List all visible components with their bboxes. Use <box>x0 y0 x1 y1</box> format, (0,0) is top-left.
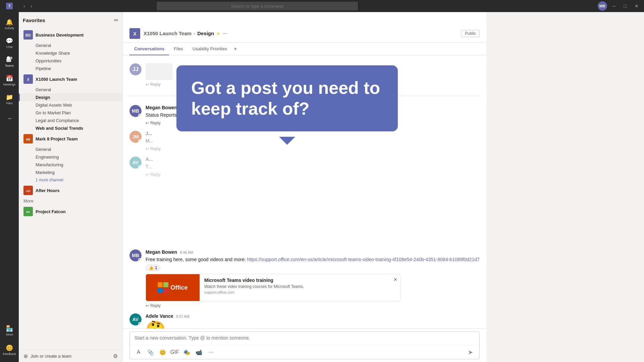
star-icon[interactable]: ★ <box>216 31 220 36</box>
avatar-partial: JJ <box>129 63 142 75</box>
search-bar[interactable] <box>157 2 358 10</box>
channel-item-general-x1050[interactable]: General <box>19 86 122 94</box>
reaction-count: 1 <box>155 265 157 270</box>
gif-button[interactable]: GIF <box>169 347 180 358</box>
team-item-mark8[interactable]: M8 Mark 8 Project Team ··· <box>19 132 122 145</box>
team-item-x1050[interactable]: X X1050 Launch Team ··· <box>19 72 122 86</box>
titlebar: T ‹ › MB ─ □ ✕ <box>0 0 644 12</box>
tab-conversations[interactable]: Conversations <box>129 43 169 55</box>
titlebar-nav: ‹ › <box>19 3 37 9</box>
reply-btn-4[interactable]: ↩ Reply <box>146 303 480 308</box>
team-name-x1050: X1050 Launch Team <box>36 77 111 82</box>
edit-icon[interactable]: ✏ <box>114 17 118 23</box>
channel-item-pipeline[interactable]: Pipeline <box>19 65 122 72</box>
join-team-button[interactable]: Join or create a team <box>31 354 110 359</box>
more-channels-link[interactable]: 1 more channel <box>19 176 122 184</box>
online-status <box>138 114 142 117</box>
team-item-business-development[interactable]: BD Business Development ··· <box>19 28 122 42</box>
channel-item-design[interactable]: Design <box>19 94 122 101</box>
emoji-button[interactable]: 😊 <box>157 347 168 358</box>
reply-btn-partial[interactable]: ↩ Reply <box>146 82 480 87</box>
format-button[interactable]: A <box>133 347 144 358</box>
svg-point-4 <box>7 56 10 60</box>
sidebar-item-activity[interactable]: 🔔 Activity <box>0 15 19 34</box>
message-row-5: AV Adele Vance 9:57 AM 🤔 ↩ Reply <box>123 311 486 328</box>
team-name-pf: Project Falcon <box>36 209 111 214</box>
svg-text:X: X <box>27 78 30 81</box>
sticker-button[interactable]: 🎭 <box>181 347 192 358</box>
reply-btn-1[interactable]: ↩ Reply <box>146 121 480 125</box>
office-squares <box>158 282 168 293</box>
minimize-button[interactable]: ─ <box>610 3 619 9</box>
reply-btn-3[interactable]: ↩ Reply <box>146 172 480 177</box>
message-content-partial: ↩ Reply <box>146 63 480 87</box>
breadcrumb: X1050 Launch Team › Design ★ ··· <box>144 31 227 37</box>
add-tab-button[interactable]: + <box>232 43 239 55</box>
channel-options-icon[interactable]: ··· <box>222 31 227 37</box>
team-icon: X <box>129 28 140 39</box>
avatar[interactable]: MB <box>598 1 607 11</box>
message-author-5: Adele Vance <box>146 313 173 319</box>
channel-item-marketing[interactable]: Marketing <box>19 169 122 176</box>
team-breadcrumb[interactable]: X1050 Launch Team <box>144 31 192 36</box>
titlebar-actions: MB ─ □ ✕ <box>598 1 644 11</box>
close-preview-button[interactable]: ✕ <box>393 277 397 282</box>
sidebar-footer: ⊕ Join or create a team ⚙ <box>19 350 122 362</box>
more-icon: ··· <box>6 114 13 122</box>
reaction-thumbsup[interactable]: 👍 1 <box>146 264 160 271</box>
channel-item-engineering[interactable]: Engineering <box>19 153 122 161</box>
sidebar-item-feedback[interactable]: 😊 Feedback <box>0 341 19 359</box>
message-content-5: Adele Vance 9:57 AM 🤔 ↩ Reply <box>146 313 480 328</box>
message-row-4: MB Megan Bowen 9:46 AM Free training her… <box>123 247 486 311</box>
message-row-partial3: AV A... T... ↩ Reply <box>123 154 486 180</box>
svg-point-3 <box>10 57 12 59</box>
sidebar-item-meetings[interactable]: 📅 Meetings <box>0 71 19 90</box>
link-preview-image: Office <box>146 274 200 301</box>
sidebar-item-chat[interactable]: 💬 Chat <box>0 34 19 52</box>
more-actions-button[interactable]: ··· <box>206 347 216 358</box>
channel-item-legal[interactable]: Legal and Compliance <box>19 117 122 124</box>
message-author-4: Megan Bowen <box>146 249 177 255</box>
channel-item-manufacturing[interactable]: Manufacturing <box>19 161 122 169</box>
message-text-1: Status Reports are due by EOD. Does anyo… <box>146 112 480 119</box>
team-avatar-mark8: M8 <box>23 134 33 143</box>
message-input-box: A 📎 😊 GIF 🎭 📹 ··· ➤ <box>129 331 480 359</box>
reply-btn-2[interactable]: ↩ Reply <box>146 146 480 151</box>
channel-item-web-social[interactable]: Web and Social Trends <box>19 124 122 132</box>
channel-item-opportunities[interactable]: Opportunities <box>19 57 122 65</box>
restore-button[interactable]: □ <box>621 3 629 9</box>
search-input[interactable] <box>157 2 358 10</box>
team-name-bd: Business Development <box>36 33 111 38</box>
meet-button[interactable]: 📹 <box>194 347 204 358</box>
send-button[interactable]: ➤ <box>465 347 476 358</box>
channel-item-general-m8[interactable]: General <box>19 145 122 153</box>
svg-text:T: T <box>8 4 11 8</box>
attach-button[interactable]: 📎 <box>145 347 156 358</box>
channel-header: X X1050 Launch Team › Design ★ ··· Publi… <box>123 24 486 43</box>
channel-item-general-fav[interactable]: General <box>19 42 122 49</box>
sidebar-title: Favorites <box>23 17 111 23</box>
team-item-after-hours[interactable]: AH After Hours ··· <box>19 184 122 197</box>
message-input[interactable] <box>130 332 479 344</box>
sidebar-item-files[interactable]: 📁 Files <box>0 90 19 109</box>
more-section: More <box>19 197 122 205</box>
channel-item-digital-assets[interactable]: Digital Assets Web <box>19 101 122 109</box>
team-item-project-falcon[interactable]: PF Project Falcon ··· <box>19 205 122 218</box>
back-button[interactable]: ‹ <box>21 3 27 9</box>
tab-files[interactable]: Files <box>169 43 187 55</box>
sidebar-item-store[interactable]: 🏪 Store <box>0 321 19 340</box>
sidebar: Favorites ✏ BD Business Development ··· … <box>19 12 123 362</box>
settings-icon[interactable]: ⚙ <box>113 353 118 359</box>
training-link[interactable]: https://support.office.com/en-us/article… <box>247 257 480 262</box>
team-name-mark8: Mark 8 Project Team <box>36 136 111 141</box>
channel-item-knowledge-share[interactable]: Knowledge Share <box>19 49 122 57</box>
message-text-4: Free training here, some good videos and… <box>146 256 480 263</box>
team-avatar-x1050: X <box>23 74 33 84</box>
forward-button[interactable]: › <box>29 3 34 9</box>
tab-usability[interactable]: Usability Priorities <box>188 43 232 55</box>
close-button[interactable]: ✕ <box>632 3 641 9</box>
sidebar-item-more[interactable]: ··· <box>0 109 19 127</box>
channel-item-go-to-market[interactable]: Go to Market Plan <box>19 109 122 117</box>
sidebar-item-teams[interactable]: Teams <box>0 52 19 71</box>
message-time-1: 9:32 AM <box>180 106 193 110</box>
